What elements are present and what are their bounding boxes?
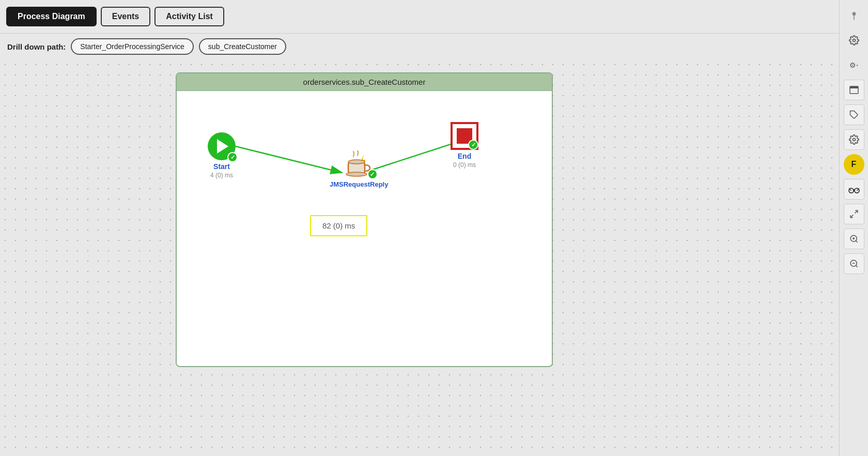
start-node[interactable]: ✓ Start 4 (0) ms: [208, 132, 236, 179]
jms-icon: ✓: [344, 150, 375, 177]
svg-line-9: [850, 215, 853, 218]
diagram-body: ✓ Start 4 (0) ms: [177, 91, 552, 365]
jms-label: JMSRequestReply: [330, 180, 388, 188]
pin-icon-btn[interactable]: [844, 5, 864, 26]
window-icon-btn[interactable]: [844, 80, 864, 100]
end-node[interactable]: ✓ End 0 (0) ms: [451, 122, 478, 169]
drilldown-label: Drill down path:: [7, 42, 66, 51]
user-avatar[interactable]: F: [844, 154, 864, 175]
right-sidebar: ⚙+ F: [839, 0, 868, 456]
drilldown-bar: Drill down path: Starter_OrderProcessing…: [0, 34, 868, 59]
jms-check-badge: ✓: [367, 169, 378, 179]
start-check-badge: ✓: [227, 152, 238, 162]
play-icon: [217, 139, 228, 154]
drilldown-item-starter[interactable]: Starter_OrderProcessingService: [71, 38, 194, 55]
diagram-title: orderservices.sub_CreateCustomer: [177, 73, 552, 91]
tab-events[interactable]: Events: [101, 7, 150, 26]
end-time: 0 (0) ms: [453, 161, 476, 169]
svg-point-0: [852, 12, 856, 16]
start-circle: ✓: [208, 132, 236, 160]
jms-time-box: 82 (0) ms: [310, 215, 367, 236]
svg-rect-3: [850, 86, 858, 88]
end-square: ✓: [451, 122, 478, 150]
svg-line-18: [236, 146, 342, 173]
svg-point-22: [348, 160, 365, 164]
zoom-out-icon-btn[interactable]: [844, 253, 864, 274]
svg-point-1: [853, 39, 855, 42]
tab-activity-list[interactable]: Activity List: [154, 7, 224, 26]
settings2-icon-btn[interactable]: [844, 129, 864, 150]
jms-time: 82 (0) ms: [322, 221, 355, 230]
expand-icon-btn[interactable]: [844, 204, 864, 224]
gear-sub-icon-btn[interactable]: ⚙+: [844, 55, 864, 75]
svg-line-8: [855, 210, 857, 213]
tag-icon-btn[interactable]: [844, 104, 864, 125]
avatar-label: F: [851, 160, 857, 169]
svg-line-15: [856, 265, 857, 267]
binoculars-icon-btn[interactable]: [844, 179, 864, 200]
end-label: End: [458, 152, 471, 160]
end-check-badge: ✓: [468, 140, 478, 150]
top-bar: Process Diagram Events Activity List: [0, 0, 868, 34]
drilldown-item-sub[interactable]: sub_CreateCustomer: [199, 38, 286, 55]
start-time: 4 (0) ms: [210, 172, 233, 179]
tab-process-diagram[interactable]: Process Diagram: [6, 7, 97, 26]
zoom-in-icon-btn[interactable]: [844, 229, 864, 249]
svg-point-5: [853, 139, 855, 141]
svg-point-23: [346, 172, 367, 176]
jms-node[interactable]: ✓ JMSRequestReply: [330, 150, 388, 188]
gear-icon-btn[interactable]: [844, 30, 864, 51]
diagram-container: orderservices.sub_CreateCustomer ✓: [176, 72, 553, 367]
svg-line-11: [856, 240, 857, 242]
start-label: Start: [213, 162, 230, 171]
